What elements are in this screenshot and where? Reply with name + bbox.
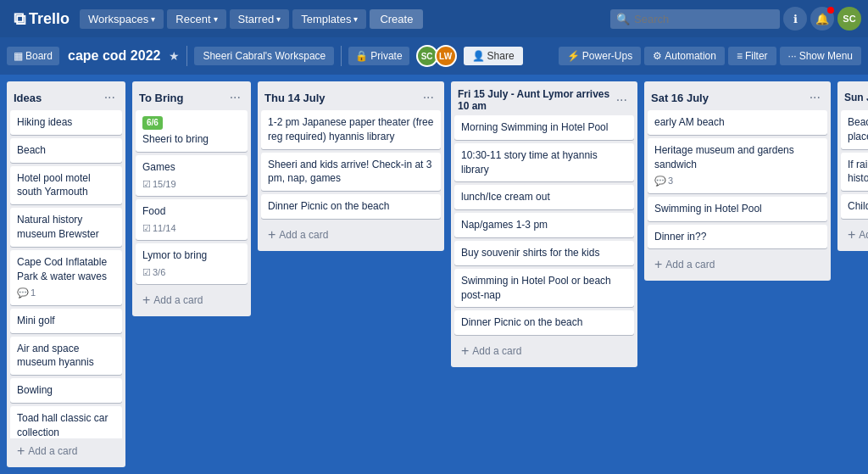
list-menu-button[interactable]: ···	[420, 88, 437, 107]
card-text: Beach in Falmouth - Gina's family place	[848, 116, 868, 142]
card-text: Heritage museum and gardens sandwich	[654, 144, 794, 170]
card[interactable]: Beach in Falmouth - Gina's family place	[841, 110, 868, 149]
boards-icon: ▦	[14, 50, 23, 62]
card[interactable]: 10:30-11 story time at hyannis library	[454, 143, 634, 182]
card-icons: 💬 3	[654, 175, 821, 187]
list-menu-button[interactable]: ···	[101, 88, 119, 107]
checklist-count: 3/6	[153, 266, 165, 279]
card-text: Bowling	[17, 384, 53, 396]
list-to-bring: To Bring···6/6Sheeri to bringGames☑ 15/1…	[132, 81, 251, 316]
card[interactable]: Hiking ideas	[10, 110, 122, 135]
card-text: 1-2 pm Japanese paper theater (free reg …	[268, 116, 433, 142]
card-text: Hiking ideas	[17, 116, 72, 128]
list-header-thu-14-july: Thu 14 July···	[258, 81, 444, 110]
trello-logo[interactable]: ⧉ Trello	[7, 9, 76, 29]
list-cards-ideas: Hiking ideasBeachHotel pool motel south …	[7, 110, 125, 438]
card[interactable]: Food☑ 11/14	[136, 199, 248, 240]
notification-dot	[827, 7, 834, 14]
card-text: early AM beach	[654, 116, 725, 128]
card[interactable]: Dinner in??	[648, 225, 827, 249]
add-card-button[interactable]: + Add a card	[136, 287, 248, 313]
list-title-fri-15-july: Fri 15 July - Aunt Lymor arrives 10 am	[458, 88, 613, 112]
board-nav-left: ▦ Board cape cod 2022 ★ Sheeri Cabral's …	[7, 45, 523, 67]
list-header-fri-15-july: Fri 15 July - Aunt Lymor arrives 10 am··…	[451, 81, 637, 115]
list-menu-button[interactable]: ···	[226, 88, 244, 107]
card[interactable]: Dinner Picnic on the beach	[261, 194, 441, 219]
card-text: Food	[142, 205, 165, 217]
list-menu-button[interactable]: ···	[613, 91, 631, 109]
add-card-label: Add a card	[472, 345, 521, 357]
add-card-button[interactable]: + Add a card	[841, 222, 868, 248]
add-card-button[interactable]: + Add a card	[261, 222, 441, 248]
card-text: Beach	[17, 144, 46, 156]
card[interactable]: If rain, Pirate Museum? Natural history …	[841, 153, 868, 192]
card[interactable]: Morning Swimming in Hotel Pool	[454, 115, 634, 140]
nav-divider	[186, 46, 187, 66]
create-button[interactable]: Create	[370, 9, 423, 29]
checklist-icon: ☑	[142, 266, 151, 279]
card[interactable]: Buy souvenir shirts for the kids	[454, 241, 634, 265]
card-text: Lymor to bring	[142, 249, 207, 261]
card-icon-item: ☑ 3/6	[142, 266, 165, 279]
card[interactable]: Swimming in Hotel Pool or beach post-nap	[454, 269, 634, 308]
templates-chevron-icon: ▾	[353, 14, 358, 24]
info-button[interactable]: ℹ	[783, 7, 807, 31]
user-avatar[interactable]: SC	[837, 7, 861, 31]
privacy-button[interactable]: 🔒 Private	[348, 47, 409, 65]
list-menu-button[interactable]: ···	[806, 88, 824, 107]
card[interactable]: Lymor to bring☑ 3/6	[136, 243, 248, 284]
plus-icon: +	[268, 227, 275, 243]
boards-button[interactable]: ▦ Board	[7, 47, 59, 65]
list-header-ideas: Ideas···	[7, 81, 125, 110]
filter-button[interactable]: ≡ Filter	[728, 47, 776, 65]
card[interactable]: 1-2 pm Japanese paper theater (free reg …	[261, 110, 441, 149]
list-fri-15-july: Fri 15 July - Aunt Lymor arrives 10 am··…	[451, 81, 637, 367]
trello-wordmark: Trello	[29, 10, 70, 28]
card[interactable]: Nap/games 1-3 pm	[454, 213, 634, 237]
card[interactable]: Children's museum mashpee	[841, 194, 868, 219]
card[interactable]: Bowling	[10, 378, 122, 403]
add-card-label: Add a card	[28, 445, 77, 457]
card[interactable]: Hotel pool motel south Yarmouth	[10, 166, 122, 205]
recent-menu[interactable]: Recent ▾	[167, 9, 225, 29]
card-text: Morning Swimming in Hotel Pool	[461, 121, 608, 133]
card[interactable]: Swimming in Hotel Pool	[648, 197, 827, 221]
show-menu-button[interactable]: ··· Show Menu	[780, 47, 861, 65]
card[interactable]: Mini golf	[10, 309, 122, 333]
automation-button[interactable]: ⚙ Automation	[644, 47, 725, 65]
workspace-button[interactable]: Sheeri Cabral's Workspace	[194, 47, 334, 65]
card-icons: 💬 1	[17, 287, 115, 299]
card-text: Sheeri to bring	[142, 133, 209, 145]
card[interactable]: Dinner Picnic on the beach	[454, 310, 634, 335]
card[interactable]: Beach	[10, 138, 122, 163]
add-card-button[interactable]: + Add a card	[454, 338, 634, 364]
board-content: Ideas···Hiking ideasBeachHotel pool mote…	[0, 75, 868, 474]
list-title-thu-14-july: Thu 14 July	[264, 92, 326, 104]
starred-menu[interactable]: Starred ▾	[230, 9, 290, 29]
card-text: Games	[142, 161, 175, 173]
card[interactable]: Sheeri and kids arrive! Check-in at 3 pm…	[261, 153, 441, 192]
templates-menu[interactable]: Templates ▾	[292, 9, 366, 29]
workspaces-menu[interactable]: Workspaces ▾	[80, 9, 164, 29]
lightning-icon: ⚡	[567, 50, 580, 62]
card[interactable]: Natural history museum Brewster	[10, 208, 122, 247]
add-card-button[interactable]: + Add a card	[648, 252, 827, 277]
power-ups-button[interactable]: ⚡ Power-Ups	[559, 47, 641, 65]
list-header-to-bring: To Bring···	[132, 81, 251, 110]
card[interactable]: Air and space museum hyannis	[10, 337, 122, 376]
plus-icon: +	[461, 343, 469, 359]
card-text: Swimming in Hotel Pool or beach post-nap	[461, 275, 611, 301]
card[interactable]: lunch/Ice cream out	[454, 185, 634, 209]
search-input[interactable]	[610, 9, 780, 29]
add-card-button[interactable]: + Add a card	[10, 438, 122, 464]
card[interactable]: 6/6Sheeri to bring	[136, 110, 248, 152]
card[interactable]: Heritage museum and gardens sandwich💬 3	[648, 138, 827, 193]
share-button[interactable]: 👤 Share	[464, 47, 523, 65]
card[interactable]: Toad hall classic car collection	[10, 406, 122, 438]
member-avatar-lw[interactable]: LW	[435, 45, 457, 67]
star-button[interactable]: ★	[169, 49, 180, 63]
notifications-button[interactable]: 🔔	[810, 7, 834, 31]
card[interactable]: Cape Cod Inflatable Park & water waves💬 …	[10, 250, 122, 305]
card[interactable]: Games☑ 15/19	[136, 155, 248, 196]
card[interactable]: early AM beach	[648, 110, 827, 135]
